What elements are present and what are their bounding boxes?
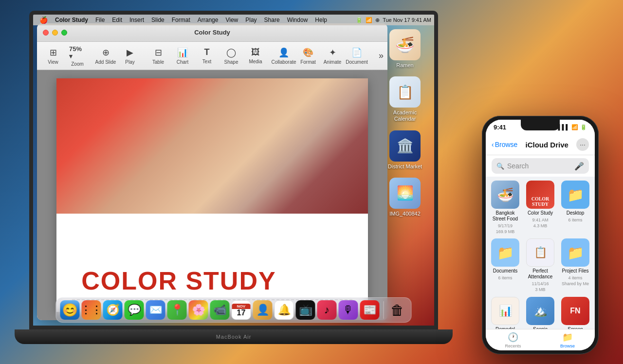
podcasts-icon: 🎙 [343,304,354,316]
battery-icon: 🔋 [356,17,363,23]
insert-menu-item[interactable]: Insert [126,16,147,24]
iphone-tabbar: 🕐 Recents 📁 Browse [486,329,595,350]
toolbar-document[interactable]: 📄 Document [345,45,369,67]
desktop-folder-thumbnail: 📁 [561,181,589,209]
toolbar-zoom[interactable]: 75% ▾ Zoom [65,43,90,69]
play-menu-item[interactable]: Play [242,16,260,24]
apple-menu-item[interactable]: 🍎 [36,16,51,24]
help-menu-item[interactable]: Help [312,16,330,24]
more-options-button[interactable]: ··· [576,138,589,151]
toolbar-text[interactable]: T Text [195,45,219,66]
close-button[interactable] [43,30,49,36]
back-button[interactable]: ‹ Browse [492,141,517,148]
dock-item-podcasts[interactable]: 🎙 [339,300,358,320]
zoom-button[interactable] [61,30,67,36]
dock-item-trash[interactable]: 🗑 [388,300,407,320]
toolbar-shape[interactable]: ◯ Shape [219,45,243,67]
table-icon: ⊟ [155,47,162,58]
search-area: 🔍 Search 🎤 [486,155,595,177]
toolbar-format[interactable]: 🎨 Format [296,45,320,67]
file-item-scenic[interactable]: 🏔️ Scenic Pacific Trails 5/15/162.4 MB [525,297,556,329]
dock-item-calendar[interactable]: NOV 17 [232,300,251,320]
iphone-frame: 9:41 ▌▌▌ 📶 🔋 ‹ Browse iCloud Drive ··· 🔍… [482,116,599,354]
dock-item-contacts[interactable]: 👤 [253,300,273,320]
format-menu-item[interactable]: Format [168,16,194,24]
control-center-icon[interactable]: ⊕ [375,17,380,23]
file-item-attendance[interactable]: 📋 Perfect Attendance 11/14/163 MB [525,238,556,292]
slide-title[interactable]: COLOR STUDY [81,268,276,293]
toolbar-media[interactable]: 🖼 Media [243,45,268,66]
dock-item-photos[interactable]: 🌸 [189,300,208,320]
edit-menu-item[interactable]: Edit [109,16,126,24]
toolbar-chart[interactable]: 📊 Chart [170,45,195,67]
toolbar-more[interactable]: » [369,49,387,63]
dock-item-maps[interactable]: 📍 [167,300,187,320]
toolbar-add-slide[interactable]: ⊕ Add Slide [93,45,118,67]
dock-item-finder[interactable]: 😊 [60,300,80,320]
dock-item-news[interactable]: 📰 [360,300,380,320]
dock-item-launchpad[interactable]: ⋮⋮ [82,300,101,320]
tab-recents[interactable]: 🕐 Recents [486,332,540,348]
file-item-bangkok[interactable]: 🍜 Bangkok Street Food 9/17/19169.9 MB [490,181,521,235]
mail-icon: ✉️ [149,304,162,316]
slide-menu-item[interactable]: Slide [148,16,168,24]
iphone-screen: 9:41 ▌▌▌ 📶 🔋 ‹ Browse iCloud Drive ··· 🔍… [486,120,595,350]
file-item-remodel[interactable]: 📊 Remodel Projec...udget 5/5/16232 KB [490,297,521,329]
dock-item-appletv[interactable]: 📺 [296,300,315,320]
color-study-label: Color Study [528,210,553,216]
dock-separator [384,301,384,319]
desktop-icon-photo[interactable]: 🌅 IMG_400842 [385,178,424,217]
toolbar-view[interactable]: ⊞ View [41,45,65,67]
add-slide-icon: ⊕ [102,47,110,58]
toolbar-play[interactable]: ▶ Play [118,45,142,67]
tab-browse[interactable]: 📁 Browse [540,332,595,348]
play-icon: ▶ [127,47,133,58]
dock-item-mail[interactable]: ✉️ [146,300,165,320]
color-study-meta: 9:41 AM4.3 MB [532,218,548,229]
reminders-icon: 🔔 [277,304,291,316]
search-icon: 🔍 [496,163,504,170]
recents-icon: 🕐 [508,332,518,343]
file-item-desktop[interactable]: 📁 Desktop 6 items [560,181,591,235]
share-menu-item[interactable]: Share [261,16,283,24]
mac-desktop: 🍎 Color Study File Edit Insert Slide For… [33,15,434,326]
file-item-documents[interactable]: 📁 Documents 6 items [490,238,521,292]
file-menu-item[interactable]: File [92,16,108,24]
mac-menubar: 🍎 Color Study File Edit Insert Slide For… [33,15,434,25]
dock-item-music[interactable]: ♪ [317,300,337,320]
scenic-thumbnail: 🏔️ [526,297,554,325]
slide[interactable]: COLOR STUDY [56,78,368,312]
back-label[interactable]: Browse [495,141,518,148]
desktop-folder-label: Desktop [567,210,585,216]
toolbar-table[interactable]: ⊟ Table [146,45,170,67]
file-item-color-study[interactable]: COLOR STUDY Color Study 9:41 AM4.3 MB [525,181,556,235]
toolbar-collaborate[interactable]: 👤 Collaborate [272,45,296,67]
desktop-icon-ramen[interactable]: 🍜 Ramen [385,29,424,69]
wifi-status-icon: 📶 [571,124,578,130]
messages-icon: 💬 [128,304,141,316]
shape-label: Shape [224,59,238,65]
file-item-project-files[interactable]: 📁 Project Files 4 itemsShared by Me [560,238,591,292]
clock-display: Tue Nov 17 9:41 AM [383,17,431,23]
window-menu-item[interactable]: Window [284,16,312,24]
dock-item-messages[interactable]: 💬 [125,300,144,320]
search-bar[interactable]: 🔍 Search 🎤 [492,158,589,174]
file-item-screen-printing[interactable]: FN Screen Printing 5/8/1626.1 MB [560,297,591,329]
minimize-button[interactable] [52,30,58,36]
bangkok-label: Bangkok Street Food [490,210,520,222]
dock-item-safari[interactable]: 🧭 [103,300,123,320]
dock-item-reminders[interactable]: 🔔 [275,300,294,320]
arrange-menu-item[interactable]: Arrange [194,16,222,24]
dock-item-facetime[interactable]: 📹 [210,300,230,320]
microphone-icon[interactable]: 🎤 [574,162,584,171]
toolbar-animate[interactable]: ✦ Animate [320,45,345,67]
app-name-item[interactable]: Color Study [52,16,92,24]
document-icon: 📄 [351,47,362,58]
trash-icon: 🗑 [391,302,404,318]
view-menu-item[interactable]: View [222,16,241,24]
desktop-icon-district[interactable]: 🏛️ District Market [385,130,424,170]
zoom-label: Zoom [71,61,84,67]
desktop-icon-academic[interactable]: 📋 Academic Calendar [385,76,424,122]
keynote-window: Color Study ⊞ View 75% ▾ Zoom ⊕ Ad [37,23,387,320]
keynote-toolbar: ⊞ View 75% ▾ Zoom ⊕ Add Slide ▶ Play [37,42,387,70]
